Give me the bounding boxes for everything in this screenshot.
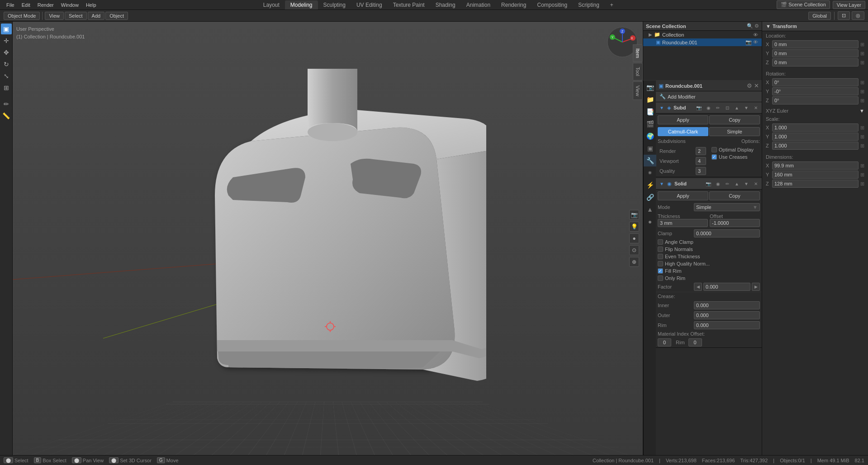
roundcube-camera-icon[interactable]: 📷 xyxy=(745,39,752,45)
solid-thickness-field[interactable]: 3 mm xyxy=(658,219,708,227)
solid-enable-btn[interactable]: ▼ xyxy=(658,180,666,188)
location-y-field[interactable]: 0 mm xyxy=(772,49,859,57)
subd-creases-checkbox[interactable] xyxy=(711,154,717,160)
proportional-edit-btn[interactable]: ◎ xyxy=(852,11,864,20)
menu-window[interactable]: Window xyxy=(57,1,82,9)
roundcube-visibility-icon[interactable]: 👁 xyxy=(753,39,758,45)
solid-inner-field[interactable]: 0.000 xyxy=(694,301,760,309)
modifier-object-close-btn[interactable]: ✕ xyxy=(754,82,759,89)
measure-tool[interactable]: 📏 xyxy=(1,110,12,121)
transform-section-header[interactable]: ▼ Transform xyxy=(762,22,868,31)
subd-apply-btn[interactable]: Apply xyxy=(658,115,708,124)
rotation-z-field[interactable]: 0° xyxy=(772,96,859,104)
subd-close-btn[interactable]: ✕ xyxy=(752,104,760,112)
solid-angle-clamp-checkbox[interactable] xyxy=(658,239,663,245)
n-tab-item[interactable]: Item xyxy=(633,44,643,62)
solid-outer-field[interactable]: 0.000 xyxy=(694,311,760,319)
select-menu-btn[interactable]: Select xyxy=(65,12,87,20)
solid-flip-normals-checkbox[interactable] xyxy=(658,247,663,252)
location-x-copy-icon[interactable]: ⊞ xyxy=(860,42,864,47)
world-props-btn[interactable]: 🌍 xyxy=(644,130,656,142)
subd-up-btn[interactable]: ▲ xyxy=(733,104,741,112)
tab-add-workspace[interactable]: + xyxy=(605,0,619,9)
view-layer-btn[interactable]: View Layer xyxy=(833,1,865,9)
location-z-field[interactable]: 0 mm xyxy=(772,58,859,66)
add-modifier-btn[interactable]: 🔧 Add Modifier xyxy=(656,91,762,102)
object-menu-btn[interactable]: Object xyxy=(105,12,128,20)
menu-file[interactable]: File xyxy=(3,1,18,9)
subd-enable-btn[interactable]: ▼ xyxy=(658,104,666,112)
dim-y-copy-icon[interactable]: ⊞ xyxy=(860,172,864,178)
outliner-filter-btn[interactable]: 🔍 xyxy=(747,23,753,29)
solid-apply-btn[interactable]: Apply xyxy=(658,191,708,200)
overlay-btn[interactable]: ⊙ xyxy=(629,245,639,255)
particles-props-btn[interactable]: ⁕ xyxy=(644,167,656,179)
camera-view-btn[interactable]: 📷 xyxy=(629,210,639,220)
n-tab-tool[interactable]: Tool xyxy=(633,63,643,80)
object-props-btn[interactable]: ▣ xyxy=(644,142,656,154)
solid-factor-right-btn[interactable]: ▶ xyxy=(752,283,760,291)
mat-rim-field[interactable]: 0 xyxy=(688,338,702,346)
n-tab-view[interactable]: View xyxy=(633,81,643,100)
subd-cage-btn[interactable]: ⊡ xyxy=(723,104,731,112)
tab-scripting[interactable]: Scripting xyxy=(573,0,605,9)
solid-fill-rim-checkbox[interactable] xyxy=(658,268,663,274)
add-menu-btn[interactable]: Add xyxy=(88,12,105,20)
rotate-tool[interactable]: ↻ xyxy=(1,59,12,70)
collection-visibility-icon[interactable]: 👁 xyxy=(753,32,758,38)
material-props-btn[interactable]: ● xyxy=(644,216,656,228)
subd-edit-btn[interactable]: ✏ xyxy=(714,104,722,112)
subd-camera-btn[interactable]: 📷 xyxy=(695,104,703,112)
menu-edit[interactable]: Edit xyxy=(18,1,34,9)
physics-props-btn[interactable]: ⚡ xyxy=(644,179,656,191)
scale-tool[interactable]: ⤡ xyxy=(1,71,12,81)
rotation-y-copy-icon[interactable]: ⊞ xyxy=(860,89,864,95)
move-tool[interactable]: ✥ xyxy=(1,47,12,58)
solid-factor-left-btn[interactable]: ◀ xyxy=(694,283,702,291)
tab-modeling[interactable]: Modeling xyxy=(285,0,318,9)
menu-help[interactable]: Help xyxy=(82,1,100,9)
scale-y-field[interactable]: 1.000 xyxy=(772,133,859,141)
dim-y-field[interactable]: 160 mm xyxy=(772,171,859,179)
location-z-copy-icon[interactable]: ⊞ xyxy=(860,60,864,66)
outliner-item-roundcube[interactable]: ▣ Roundcube.001 📷 👁 xyxy=(643,38,762,46)
solid-copy-btn[interactable]: Copy xyxy=(709,191,760,200)
rotation-x-field[interactable]: 0° xyxy=(772,78,859,86)
select-tool[interactable]: ▣ xyxy=(1,24,12,34)
scale-y-copy-icon[interactable]: ⊞ xyxy=(860,134,864,140)
subd-down-btn[interactable]: ▼ xyxy=(742,104,750,112)
solid-up-btn[interactable]: ▲ xyxy=(733,180,741,188)
subd-optimal-checkbox[interactable] xyxy=(711,147,717,152)
euler-dropdown-btn[interactable]: ▼ xyxy=(859,108,864,114)
subd-copy-btn[interactable]: Copy xyxy=(709,115,760,124)
modifier-object-settings-btn[interactable]: ⚙ xyxy=(747,82,752,89)
mat-inner-field[interactable]: 0 xyxy=(658,338,671,346)
subd-render-field[interactable]: 2 xyxy=(696,147,706,155)
object-mode-dropdown[interactable]: Object Mode xyxy=(4,12,40,20)
subd-viewport-field[interactable]: 4 xyxy=(696,157,706,165)
transform-tool[interactable]: ⊞ xyxy=(1,82,12,93)
scene-props-btn[interactable]: 🎬 xyxy=(644,118,656,130)
subd-simple-btn[interactable]: Simple xyxy=(709,127,760,136)
rotation-y-field[interactable]: -0° xyxy=(772,87,859,95)
output-props-btn[interactable]: 📁 xyxy=(644,94,656,105)
viewport-container[interactable]: User Perspective (1) Collection | Roundc… xyxy=(13,22,643,455)
solid-close-btn[interactable]: ✕ xyxy=(752,180,760,188)
dim-z-copy-icon[interactable]: ⊞ xyxy=(860,181,864,187)
view-menu-btn[interactable]: View xyxy=(45,12,64,20)
cursor-tool[interactable]: ✛ xyxy=(1,35,12,46)
tab-uv-editing[interactable]: UV Editing xyxy=(351,0,388,9)
rotation-x-copy-icon[interactable]: ⊞ xyxy=(860,80,864,85)
render-view-btn[interactable]: 💡 xyxy=(629,222,639,232)
solid-clamp-field[interactable]: 0.0000 xyxy=(694,229,760,237)
scale-z-field[interactable]: 1.000 xyxy=(772,142,859,150)
transform-orientation-btn[interactable]: Global xyxy=(808,12,831,20)
scale-x-field[interactable]: 1.000 xyxy=(772,123,859,132)
subd-quality-field[interactable]: 3 xyxy=(696,167,706,175)
solid-edit-btn[interactable]: ✏ xyxy=(723,180,731,188)
dim-x-copy-icon[interactable]: ⊞ xyxy=(860,163,864,169)
tab-layout[interactable]: Layout xyxy=(258,0,285,9)
tab-animation[interactable]: Animation xyxy=(461,0,496,9)
solid-even-thickness-checkbox[interactable] xyxy=(658,254,663,259)
solid-factor-field[interactable]: 0.000 xyxy=(703,283,750,291)
